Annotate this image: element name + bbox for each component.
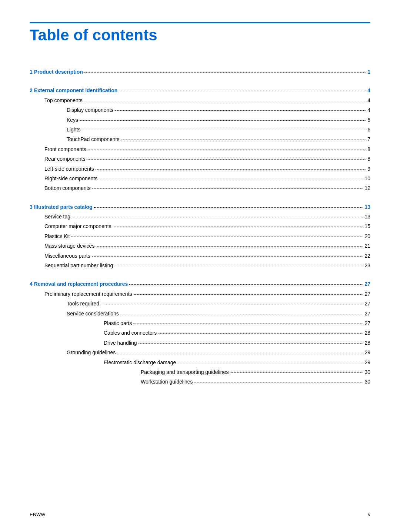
toc-entry: Grounding guidelines29 xyxy=(30,348,370,357)
toc-label: Plastics Kit xyxy=(44,232,70,240)
toc-page: 1 xyxy=(367,68,370,76)
toc-label: Keys xyxy=(67,116,78,124)
toc-dots xyxy=(96,169,366,170)
toc-label: Service tag xyxy=(44,213,70,221)
toc-label: Rear components xyxy=(44,155,86,163)
toc-dots xyxy=(72,217,363,217)
toc-page: 30 xyxy=(364,378,370,386)
toc-page: 22 xyxy=(364,252,370,260)
toc-dots xyxy=(101,304,363,304)
toc-label: Workstation guidelines xyxy=(141,378,193,386)
toc-dots xyxy=(133,324,363,324)
toc-page: 13 xyxy=(364,203,370,211)
toc-page: 21 xyxy=(364,242,370,250)
footer: ENWW v xyxy=(30,512,370,517)
toc-section: 2 External component identification4Top … xyxy=(30,86,370,192)
toc-label: Bottom components xyxy=(44,184,91,192)
toc-entry: 1 Product description1 xyxy=(30,68,370,76)
toc-dots xyxy=(115,110,366,111)
toc-dots xyxy=(121,140,366,140)
toc-entry: 2 External component identification4 xyxy=(30,86,370,94)
toc-entry: Lights6 xyxy=(30,126,370,134)
toc-dots xyxy=(99,179,363,179)
toc-page: 8 xyxy=(367,145,370,153)
toc-dots xyxy=(84,72,366,73)
toc-page: 29 xyxy=(364,348,370,357)
toc-label: Top components xyxy=(44,96,83,104)
toc-label: Preliminary replacement requirements xyxy=(44,290,132,298)
toc-label: Display components xyxy=(67,106,113,114)
toc-page: 27 xyxy=(364,319,370,327)
toc-dots xyxy=(94,207,363,208)
toc-dots xyxy=(92,188,363,189)
toc-entry: Tools required27 xyxy=(30,300,370,308)
toc-entry: 4 Removal and replacement procedures27 xyxy=(30,280,370,288)
toc-label: Computer major components xyxy=(44,222,111,230)
toc-dots xyxy=(82,130,366,130)
top-rule xyxy=(30,22,370,23)
toc-dots xyxy=(88,150,366,150)
toc-label: 2 External component identification xyxy=(30,86,117,94)
toc-dots xyxy=(194,382,363,382)
toc-page: 20 xyxy=(364,232,370,240)
toc-page: 9 xyxy=(367,165,370,173)
toc-entry: Left-side components9 xyxy=(30,165,370,173)
toc-entry: Miscellaneous parts22 xyxy=(30,252,370,260)
toc-entry: Sequential part number listing23 xyxy=(30,261,370,270)
toc-entry: Preliminary replacement requirements27 xyxy=(30,290,370,298)
toc-page: 12 xyxy=(364,184,370,192)
toc-entry: Service considerations27 xyxy=(30,310,370,318)
toc-page: 23 xyxy=(364,261,370,270)
toc-entry: Cables and connectors28 xyxy=(30,329,370,337)
toc-label: 4 Removal and replacement procedures xyxy=(30,280,128,288)
toc-dots xyxy=(84,101,366,101)
toc-label: Miscellaneous parts xyxy=(44,252,90,260)
toc-entry: Packaging and transporting guidelines30 xyxy=(30,368,370,376)
toc-label: Lights xyxy=(67,126,80,134)
toc-section: 3 Illustrated parts catalog13Service tag… xyxy=(30,203,370,270)
toc-page: 28 xyxy=(364,339,370,347)
toc-entry: Front components8 xyxy=(30,145,370,153)
toc-label: Right-side components xyxy=(44,174,97,183)
toc-page: 4 xyxy=(367,86,370,94)
toc-label: Mass storage devices xyxy=(44,242,94,250)
toc-page: 30 xyxy=(364,368,370,376)
toc-dots xyxy=(87,159,366,160)
toc-label: TouchPad components xyxy=(67,135,119,143)
footer-right: v xyxy=(368,512,371,517)
toc-entry: Top components4 xyxy=(30,96,370,104)
toc-dots xyxy=(158,333,363,334)
toc-dots xyxy=(117,353,363,353)
footer-left: ENWW xyxy=(30,512,46,517)
page-title: Table of contents xyxy=(30,26,370,46)
toc-entry: Display components4 xyxy=(30,106,370,114)
toc-dots xyxy=(96,246,363,247)
toc-entry: 3 Illustrated parts catalog13 xyxy=(30,203,370,211)
toc-dots xyxy=(80,120,366,121)
toc-dots xyxy=(114,266,363,266)
toc-label: Front components xyxy=(44,145,86,153)
toc-page: 10 xyxy=(364,174,370,183)
toc-dots xyxy=(113,227,363,227)
toc-section: 4 Removal and replacement procedures27Pr… xyxy=(30,280,370,386)
toc-page: 27 xyxy=(364,280,370,288)
toc-label: Cables and connectors xyxy=(104,329,157,337)
toc-entry: Mass storage devices21 xyxy=(30,242,370,250)
toc-label: Tools required xyxy=(67,300,99,308)
toc-page: 7 xyxy=(367,135,370,143)
toc-entry: Electrostatic discharge damage29 xyxy=(30,358,370,367)
toc-dots xyxy=(129,284,363,285)
toc-dots xyxy=(92,256,363,257)
toc-page: 4 xyxy=(367,106,370,114)
toc-label: Sequential part number listing xyxy=(44,261,113,270)
toc-entry: Plastic parts27 xyxy=(30,319,370,327)
toc-label: Grounding guidelines xyxy=(67,348,116,357)
toc-entry: Drive handling28 xyxy=(30,339,370,347)
toc-dots xyxy=(139,343,363,344)
toc-label: Packaging and transporting guidelines xyxy=(141,368,229,376)
toc-page: 4 xyxy=(367,96,370,104)
toc-page: 27 xyxy=(364,310,370,318)
toc-page: 5 xyxy=(367,116,370,124)
toc-dots xyxy=(71,237,363,237)
toc-page: 13 xyxy=(364,213,370,221)
